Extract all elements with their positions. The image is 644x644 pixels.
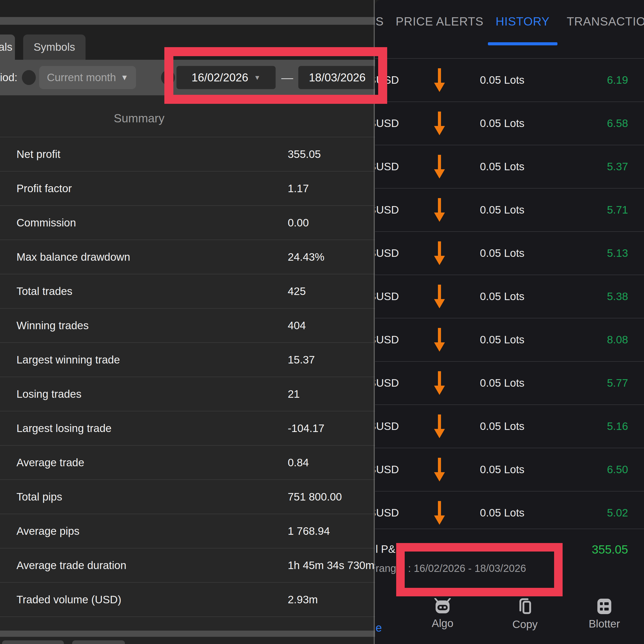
profit-value: 5.77 xyxy=(607,377,628,389)
symbol-label: SUSD xyxy=(375,507,399,519)
profit-value: 6.58 xyxy=(607,117,628,130)
lots-label: 0.05 Lots xyxy=(480,247,524,259)
summary-row-traded-volume: Traded volume (USD) 2.93m xyxy=(0,582,375,617)
row-value: 2.93m xyxy=(288,594,318,606)
trade-row[interactable]: SUSD 0.05 Lots 6.19 xyxy=(375,58,644,101)
lots-label: 0.05 Lots xyxy=(480,204,524,216)
trade-row[interactable]: SUSD 0.05 Lots 5.02 xyxy=(375,491,644,534)
nav-item-copy[interactable]: Copy xyxy=(503,598,547,631)
nav-item-trade-partial[interactable]: e xyxy=(376,621,382,634)
top-strip xyxy=(0,0,375,17)
annotation-highlight-box-dates xyxy=(164,47,387,104)
row-value: 0.00 xyxy=(288,217,309,229)
trade-row[interactable]: SUSD 0.05 Lots 5.77 xyxy=(375,361,644,404)
active-tab-underline xyxy=(488,42,557,45)
tab-deals-partial[interactable]: als xyxy=(0,35,15,60)
row-value: 751 800.00 xyxy=(288,491,342,503)
summary-row-profit-factor: Profit factor 1.17 xyxy=(0,171,375,205)
nav-label: Copy xyxy=(503,618,547,631)
row-label: Commission xyxy=(16,217,76,229)
profit-value: 5.13 xyxy=(607,247,628,259)
summary-row-avg-duration: Average trade duration 1h 45m 34s 730ms xyxy=(0,548,375,582)
row-label: Average trade xyxy=(16,456,84,469)
trade-row[interactable]: SUSD 0.05 Lots 5.16 xyxy=(375,404,644,448)
row-label: Average trade duration xyxy=(16,559,126,572)
tab-transactions[interactable]: TRANSACTIONS xyxy=(567,14,644,28)
tab-symbols[interactable]: Symbols xyxy=(23,35,86,60)
trade-row[interactable]: SUSD 0.05 Lots 5.37 xyxy=(375,145,644,188)
symbol-label: SUSD xyxy=(375,160,399,173)
row-label: Total pips xyxy=(16,491,62,503)
sell-arrow-icon xyxy=(434,154,445,180)
row-label: Losing trades xyxy=(16,388,81,400)
trade-row[interactable]: SUSD 0.05 Lots 8.08 xyxy=(375,318,644,361)
row-label: Max balance drawdown xyxy=(16,251,130,263)
profit-value: 5.71 xyxy=(607,204,628,216)
profit-value: 8.08 xyxy=(607,334,628,346)
annotation-highlight-box-range xyxy=(396,543,563,596)
tab-positions-partial[interactable]: S xyxy=(376,14,384,28)
summary-row-average-pips: Average pips 1 768.94 xyxy=(0,514,375,548)
summary-row-total-trades: Total trades 425 xyxy=(0,274,375,308)
symbol-label: SUSD xyxy=(375,247,399,259)
history-list: SUSD 0.05 Lots 6.19 SUSD 0.05 Lots 6.58 … xyxy=(375,58,644,534)
history-tab-bar: S PRICE ALERTS HISTORY TRANSACTIONS xyxy=(375,0,644,58)
row-label: Largest winning trade xyxy=(16,354,120,366)
period-preset-dropdown[interactable]: Current month ▼ xyxy=(39,66,136,89)
row-label: Traded volume (USD) xyxy=(16,594,121,606)
summary-row-losing-trades: Losing trades 21 xyxy=(0,377,375,411)
sell-arrow-icon xyxy=(434,284,445,309)
trade-row[interactable]: SUSD 0.05 Lots 6.58 xyxy=(375,101,644,145)
tab-history[interactable]: HISTORY xyxy=(496,14,550,28)
robot-icon xyxy=(421,598,464,614)
row-label: Net profit xyxy=(16,148,60,160)
nav-item-blotter[interactable]: Blotter xyxy=(582,598,626,630)
row-label: Average pips xyxy=(16,525,79,537)
nav-label: Blotter xyxy=(582,618,626,630)
lots-label: 0.05 Lots xyxy=(480,117,524,130)
row-value: 355.05 xyxy=(288,148,321,160)
bottom-button-partial-1[interactable] xyxy=(2,640,64,644)
tab-symbols-label: Symbols xyxy=(33,41,75,53)
summary-row-largest-winning: Largest winning trade 15.37 xyxy=(0,342,375,377)
summary-row-net-profit: Net profit 355.05 xyxy=(0,137,375,171)
header-bar xyxy=(0,17,375,25)
row-value: 1h 45m 34s 730ms xyxy=(288,559,375,572)
copy-icon xyxy=(503,598,547,615)
row-label: Largest losing trade xyxy=(16,422,112,435)
symbol-label: SUSD xyxy=(375,204,399,216)
bottom-button-partial-2[interactable] xyxy=(72,640,125,644)
trade-row[interactable]: SUSD 0.05 Lots 6.50 xyxy=(375,448,644,491)
sell-arrow-icon xyxy=(434,197,445,223)
nav-item-algo[interactable]: Algo xyxy=(421,598,464,630)
trade-row[interactable]: SUSD 0.05 Lots 5.13 xyxy=(375,231,644,275)
lots-label: 0.05 Lots xyxy=(480,334,524,346)
summary-row-largest-losing: Largest losing trade -104.17 xyxy=(0,411,375,445)
period-preset-value: Current month xyxy=(47,71,116,84)
row-label: Winning trades xyxy=(16,319,89,332)
preset-radio-button[interactable] xyxy=(22,70,36,85)
pnl-value: 355.05 xyxy=(592,543,628,556)
summary-row-commission: Commission 0.00 xyxy=(0,205,375,240)
grid-icon xyxy=(582,598,626,615)
row-label: Profit factor xyxy=(16,182,72,195)
nav-label: Algo xyxy=(421,617,464,630)
tab-deals-label: als xyxy=(0,41,12,53)
trade-row[interactable]: SUSD 0.05 Lots 5.71 xyxy=(375,188,644,231)
summary-row-max-drawdown: Max balance drawdown 24.43% xyxy=(0,240,375,274)
trade-row[interactable]: SUSD 0.05 Lots 5.38 xyxy=(375,275,644,318)
tab-price-alerts[interactable]: PRICE ALERTS xyxy=(396,14,484,28)
lots-label: 0.05 Lots xyxy=(480,290,524,303)
sell-arrow-icon xyxy=(434,67,445,93)
row-value: 425 xyxy=(288,285,306,298)
symbol-label: SUSD xyxy=(375,334,399,346)
lots-label: 0.05 Lots xyxy=(480,377,524,389)
date-range-label-fragment: rang xyxy=(376,563,396,574)
period-label: iod: xyxy=(0,71,18,84)
lots-label: 0.05 Lots xyxy=(480,507,524,519)
symbol-label: SUSD xyxy=(375,290,399,303)
symbol-label: SUSD xyxy=(375,117,399,130)
row-value: 21 xyxy=(288,388,300,400)
row-value: 24.43% xyxy=(288,251,324,263)
summary-title: Summary xyxy=(70,111,209,125)
